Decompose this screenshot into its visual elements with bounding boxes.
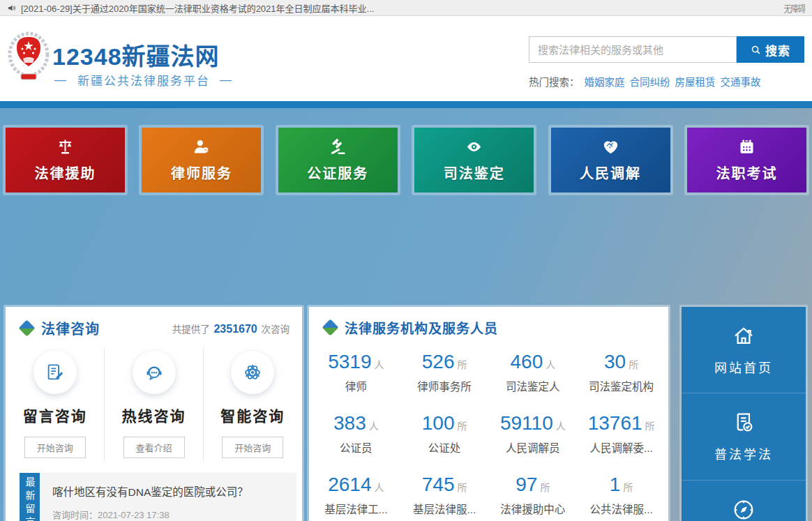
latest-message-block: 最新留言 喀什地区有没有DNA鉴定的医院或公司？ 咨询时间：2021-07-23… [20,473,296,521]
service-tiles-row: 法律援助 律师服务 公证服务 司法鉴定 [6,128,806,192]
site-subtitle: — 新疆公共法律服务平台 — [54,71,233,89]
scales-icon [56,137,75,156]
tile-legal-aid[interactable]: 法律援助 [6,128,125,192]
band-top-strip [0,101,812,108]
lawyer-icon [192,137,211,156]
hot-link-traffic[interactable]: 交通事故 [721,74,761,89]
latest-message-panel[interactable]: 喀什地区有没有DNA鉴定的医院或公司？ 咨询时间：2021-07-23 17:3… [40,473,296,521]
latest-message-tab: 最新留言 [20,473,40,521]
speaker-icon [7,3,17,13]
legal-consult-card: 法律咨询 共提供了 2351670 次咨询 留言咨询 开始咨询 [6,307,302,521]
org-stats-grid: 5319人律师 526所律师事务所 460人司法鉴定人 30所司法鉴定机构 38… [309,342,668,516]
view-intro-button[interactable]: 查看介绍 [123,437,185,458]
search-input[interactable] [529,36,737,63]
section-logo-icon [322,319,338,335]
divider [104,348,105,461]
page: [2021-06-29]关于通过2020年国家统一法律职业资格考试的2021年全… [0,0,812,521]
stat-grassroots-workers: 2614人基层法律工... [312,474,400,516]
notice-bar: [2021-06-29]关于通过2020年国家统一法律职业资格考试的2021年全… [0,0,812,16]
option-hotline-consult: 热线咨询 查看介绍 [105,351,204,458]
site-title: 12348新疆法网 [52,38,220,72]
national-emblem-logo [7,29,50,82]
stat-mediators: 59110人人民调解员 [489,412,578,455]
search-icon [751,45,761,55]
right-sidebar-nav: 网站首页 普法学法 法治地图 [682,307,806,521]
start-consult-button[interactable]: 开始咨询 [222,437,283,458]
option-message-consult: 留言咨询 开始咨询 [6,351,105,458]
hot-link-rent[interactable]: 房屋租赁 [675,74,716,89]
calendar-icon [737,137,756,156]
tile-lawyer-service[interactable]: 律师服务 [142,128,261,192]
consult-card-header: 法律咨询 共提供了 2351670 次咨询 [6,307,302,344]
consult-counter: 共提供了 2351670 次咨询 [172,322,290,335]
hot-link-contract[interactable]: 合同纠纷 [630,74,670,89]
org-card-header: 法律服务机构及服务人员 [309,307,668,342]
message-edit-icon[interactable] [33,351,77,394]
accessibility-link[interactable]: 无障碍 [783,1,805,15]
consult-card-title: 法律咨询 [41,318,100,338]
divider [203,348,204,461]
subtitle-dash-right: — [220,73,233,87]
stat-appraisal-orgs: 30所司法鉴定机构 [577,351,666,393]
stat-aid-centers: 97所法律援助中心 [489,474,578,516]
stat-lawyers: 5319人律师 [312,351,400,393]
sidebar-item-pufa[interactable]: 普法学法 [682,393,806,480]
announcement-ticker[interactable]: [2021-06-29]关于通过2020年国家统一法律职业资格考试的2021年全… [21,1,780,15]
tile-people-mediation[interactable]: 人民调解 [551,128,670,192]
home-icon [731,324,756,349]
subtitle-text: 新疆公共法律服务平台 [77,71,210,89]
hot-link-marriage[interactable]: 婚姻家庭 [585,74,625,89]
stat-public-service: 1所公共法律服... [577,474,666,516]
consult-count-value: 2351670 [212,323,258,335]
hotline-icon[interactable] [133,351,176,394]
tile-legal-exam[interactable]: 法职考试 [687,128,806,192]
stat-mediation-committees: 13761所人民调解委... [577,412,666,455]
handshake-icon [601,137,620,156]
stat-notaries: 383人公证员 [312,412,400,455]
org-stats-card: 法律服务机构及服务人员 5319人律师 526所律师事务所 460人司法鉴定人 … [309,307,668,521]
section-logo-icon [18,319,35,336]
stat-appraisers: 460人司法鉴定人 [489,351,578,393]
subtitle-dash-left: — [54,73,68,87]
stat-grassroots-offices: 745所基层法律服... [400,474,489,516]
option-ai-consult: 智能咨询 开始咨询 [203,351,302,458]
tile-judicial-appraisal[interactable]: 司法鉴定 [414,128,534,192]
sidebar-item-home[interactable]: 网站首页 [682,307,806,393]
start-consult-button[interactable]: 开始咨询 [24,437,86,458]
hot-search-row: 热门搜索： 婚姻家庭 合同纠纷 房屋租赁 交通事故 [529,74,761,89]
gavel-icon [329,137,347,156]
eye-icon [465,137,483,156]
compass-icon [731,497,756,521]
site-header: 12348新疆法网 — 新疆公共法律服务平台 — 搜索 热门搜索： 婚姻家庭 合… [0,17,812,101]
ai-icon[interactable] [231,351,274,394]
doc-check-icon [731,410,756,435]
search-button[interactable]: 搜索 [737,36,804,63]
tile-notary-service[interactable]: 公证服务 [278,128,398,192]
consult-options: 留言咨询 开始咨询 热线咨询 查看介绍 智能咨询 开始咨询 [6,344,302,458]
latest-message-text[interactable]: 喀什地区有没有DNA鉴定的医院或公司？ [52,483,284,499]
stat-law-firms: 526所律师事务所 [400,351,489,393]
latest-message-time: 咨询时间：2021-07-23 17:38 [52,508,284,521]
main-band: 法律援助 律师服务 公证服务 司法鉴定 [0,101,812,521]
sidebar-item-map[interactable]: 法治地图 [682,481,806,521]
stat-notary-offices: 100所公证处 [400,412,489,455]
hot-search-label: 热门搜索： [529,74,580,89]
org-card-title: 法律服务机构及服务人员 [345,318,498,337]
